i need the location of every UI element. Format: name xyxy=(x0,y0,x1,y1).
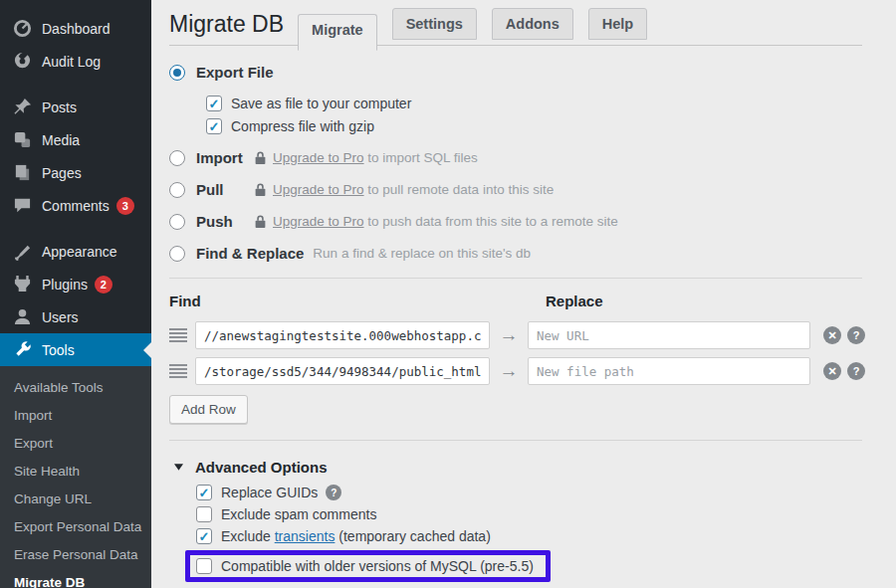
row-actions: ✕ ? xyxy=(823,326,896,344)
sidebar-item-label: Audit Log xyxy=(42,54,101,70)
tab-bar: Migrate Settings Addons Help xyxy=(298,8,647,45)
pull-radio[interactable] xyxy=(169,182,185,198)
question-circle-icon[interactable]: ? xyxy=(326,485,341,500)
exclude-spam-checkbox[interactable] xyxy=(196,506,212,522)
add-row-button[interactable]: Add Row xyxy=(169,395,248,424)
submenu-item-export[interactable]: Export xyxy=(0,429,151,457)
import-description: Upgrade to Pro to import SQL files xyxy=(273,150,478,165)
exclude-transients-label: Exclude transients (temporary cached dat… xyxy=(221,528,491,544)
sidebar-item-pages[interactable]: Pages xyxy=(0,156,151,189)
replace-guids-row: Replace GUIDs ? xyxy=(196,485,896,500)
option-export-file: Export File xyxy=(169,64,896,81)
mysql-compat-label: Compatible with older versions of MySQL … xyxy=(221,558,534,574)
question-circle-icon[interactable]: ? xyxy=(847,326,865,344)
option-import: Import Upgrade to Pro to import SQL file… xyxy=(169,149,896,166)
exclude-transients-checkbox[interactable] xyxy=(196,528,212,544)
sidebar-item-audit-log[interactable]: Audit Log xyxy=(0,45,151,78)
sidebar-separator xyxy=(0,78,151,91)
submenu-item-migrate-db[interactable]: Migrate DB xyxy=(0,568,151,588)
migration-mode-section: Export File Save as file to your compute… xyxy=(169,64,896,262)
upgrade-to-pro-link[interactable]: Upgrade to Pro xyxy=(273,214,364,229)
page-title: Migrate DB xyxy=(169,10,298,45)
submenu-item-available-tools[interactable]: Available Tools xyxy=(0,373,151,401)
find-input-url[interactable] xyxy=(195,321,490,349)
submenu-item-export-personal-data[interactable]: Export Personal Data xyxy=(0,512,151,540)
find-replace-section: Find Replace → ✕ ? → ✕ ? Add Row xyxy=(169,293,896,424)
transients-prefix: Exclude xyxy=(221,528,275,544)
option-push: Push Upgrade to Pro to push data from th… xyxy=(169,213,896,230)
sidebar-item-label: Media xyxy=(42,132,80,148)
tab-help[interactable]: Help xyxy=(588,8,647,40)
advanced-options-title: Advanced Options xyxy=(195,459,328,476)
transients-link[interactable]: transients xyxy=(275,528,336,544)
sidebar-item-label: Plugins xyxy=(42,277,88,293)
replace-column-header: Replace xyxy=(528,293,810,313)
replace-input-url[interactable] xyxy=(528,321,810,349)
save-as-file-checkbox[interactable] xyxy=(206,96,222,111)
media-icon xyxy=(13,130,32,149)
import-desc-text: to import SQL files xyxy=(364,150,478,165)
find-replace-label: Find & Replace xyxy=(196,245,304,262)
find-input-path[interactable] xyxy=(195,357,490,385)
sidebar-item-appearance[interactable]: Appearance xyxy=(0,235,151,268)
sidebar-item-users[interactable]: Users xyxy=(0,300,151,333)
push-description: Upgrade to Pro to push data from this si… xyxy=(273,214,618,229)
plug-icon xyxy=(13,275,32,294)
audit-log-icon xyxy=(13,52,32,71)
advanced-options-toggle[interactable]: Advanced Options xyxy=(169,459,896,476)
find-replace-grid: Find Replace → ✕ ? → ✕ ? xyxy=(169,293,896,385)
sidebar-item-media[interactable]: Media xyxy=(0,123,151,156)
plugins-count-badge: 2 xyxy=(95,276,112,294)
paintbrush-icon xyxy=(13,242,32,261)
import-label: Import xyxy=(196,149,254,166)
pushpin-icon xyxy=(13,98,32,116)
mysql-compat-checkbox[interactable] xyxy=(196,558,212,574)
sidebar-item-tools[interactable]: Tools xyxy=(0,333,151,366)
submenu-item-change-url[interactable]: Change URL xyxy=(0,485,151,512)
x-circle-icon[interactable]: ✕ xyxy=(823,326,841,344)
sidebar-item-posts[interactable]: Posts xyxy=(0,91,151,123)
section-divider xyxy=(169,440,862,441)
sidebar-item-comments[interactable]: Comments 3 xyxy=(0,189,151,222)
dashboard-icon xyxy=(13,19,32,38)
advanced-options-list: Replace GUIDs ? Exclude spam comments Ex… xyxy=(196,485,896,588)
sidebar-item-plugins[interactable]: Plugins 2 xyxy=(0,268,151,300)
compress-gzip-checkbox[interactable] xyxy=(206,118,222,134)
upgrade-to-pro-link[interactable]: Upgrade to Pro xyxy=(273,150,364,165)
lock-icon xyxy=(254,150,267,165)
advanced-options-section: Advanced Options Replace GUIDs ? Exclude… xyxy=(169,459,896,588)
tab-migrate[interactable]: Migrate xyxy=(298,14,377,51)
sidebar-item-label: Dashboard xyxy=(42,21,111,37)
find-replace-radio[interactable] xyxy=(169,246,185,262)
import-radio[interactable] xyxy=(169,150,185,166)
wrench-icon xyxy=(13,340,32,359)
tab-settings[interactable]: Settings xyxy=(392,8,477,40)
arrow-right-icon: → xyxy=(490,360,528,382)
submenu-item-site-health[interactable]: Site Health xyxy=(0,457,151,485)
save-as-file-row: Save as file to your computer xyxy=(206,96,896,111)
row-actions: ✕ ? xyxy=(823,362,896,380)
compress-gzip-label: Compress file with gzip xyxy=(231,118,374,134)
question-circle-icon[interactable]: ? xyxy=(847,362,865,380)
sidebar-item-label: Users xyxy=(42,309,79,325)
replace-guids-checkbox[interactable] xyxy=(196,485,212,500)
transients-suffix: (temporary cached data) xyxy=(335,528,490,544)
push-radio[interactable] xyxy=(169,214,185,230)
sidebar-item-dashboard[interactable]: Dashboard xyxy=(0,12,151,45)
upgrade-to-pro-link[interactable]: Upgrade to Pro xyxy=(273,182,364,197)
find-column-header: Find xyxy=(169,293,490,313)
submenu-item-import[interactable]: Import xyxy=(0,401,151,429)
find-replace-description: Run a find & replace on this site's db xyxy=(313,246,531,261)
compress-gzip-row: Compress file with gzip xyxy=(206,118,896,134)
export-file-radio[interactable] xyxy=(169,65,185,81)
arrow-right-icon: → xyxy=(490,324,528,346)
drag-handle-icon[interactable] xyxy=(169,362,187,380)
save-as-file-label: Save as file to your computer xyxy=(231,96,411,111)
replace-input-path[interactable] xyxy=(528,357,810,385)
x-circle-icon[interactable]: ✕ xyxy=(823,362,841,380)
tab-addons[interactable]: Addons xyxy=(492,8,573,40)
drag-handle-icon[interactable] xyxy=(169,326,187,344)
tools-submenu: Available Tools Import Export Site Healt… xyxy=(0,366,151,588)
submenu-item-erase-personal-data[interactable]: Erase Personal Data xyxy=(0,540,151,568)
exclude-spam-label: Exclude spam comments xyxy=(221,506,376,522)
